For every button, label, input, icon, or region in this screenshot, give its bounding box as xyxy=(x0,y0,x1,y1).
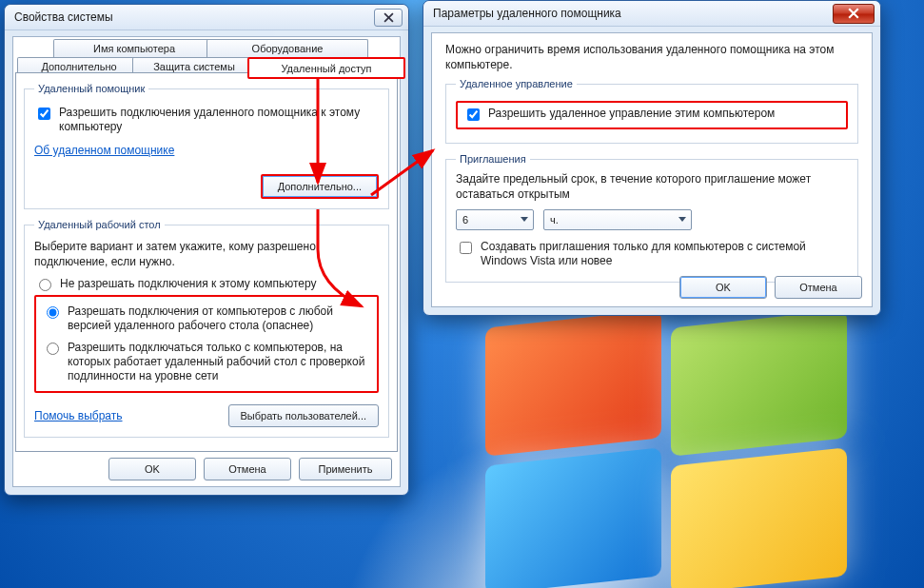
window-system-properties: Свойства системы Имя компьютера Оборудов… xyxy=(4,4,409,496)
checkbox-allow-remote-control-label: Разрешить удаленное управление этим комп… xyxy=(488,107,775,121)
group-remote-desktop: Удаленный рабочий стол Выберите вариант … xyxy=(24,219,389,438)
group-remote-assistant: Удаленный помощник Разрешить подключения… xyxy=(24,83,389,209)
client-area: Можно ограничить время использования уда… xyxy=(431,32,873,307)
windows-logo xyxy=(485,319,847,585)
checkbox-allow-assistant-label: Разрешить подключения удаленного помощни… xyxy=(59,106,379,134)
radio-rdp-nla[interactable]: Разрешить подключаться только с компьюте… xyxy=(42,341,371,383)
client-area: Имя компьютера Оборудование Дополнительн… xyxy=(12,36,401,487)
close-button[interactable] xyxy=(833,4,875,24)
radio-rdp-any[interactable]: Разрешать подключения от компьютеров с л… xyxy=(42,304,371,333)
titlebar-assistant[interactable]: Параметры удаленного помощника xyxy=(423,1,880,27)
group-legend: Удаленный рабочий стол xyxy=(34,219,165,230)
ok-button[interactable]: OK xyxy=(679,276,767,299)
desktop: Свойства системы Имя компьютера Оборудов… xyxy=(0,0,924,588)
radio-rdp-nla-label: Разрешить подключаться только с компьюте… xyxy=(68,341,371,383)
group-remote-control: Удаленное управление Разрешить удаленное… xyxy=(445,78,858,144)
close-button[interactable] xyxy=(374,9,403,27)
link-help-choose[interactable]: Помочь выбрать xyxy=(34,409,123,422)
advanced-button[interactable]: Дополнительно... xyxy=(261,174,379,199)
checkbox-allow-assistant-input[interactable] xyxy=(38,108,50,120)
group-legend: Удаленный помощник xyxy=(34,83,148,94)
link-about-assistant[interactable]: Об удаленном помощнике xyxy=(34,144,174,157)
cancel-button[interactable]: Отмена xyxy=(775,276,862,299)
checkbox-allow-remote-control-input[interactable] xyxy=(467,108,480,121)
close-icon xyxy=(383,12,394,23)
tab-computer-name[interactable]: Имя компьютера xyxy=(53,39,215,57)
rdp-highlight-box: Разрешать подключения от компьютеров с л… xyxy=(34,295,379,393)
apply-button[interactable]: Применить xyxy=(299,458,392,480)
window-remote-assistant-settings: Параметры удаленного помощника Можно огр… xyxy=(423,0,881,316)
group-legend: Удаленное управление xyxy=(456,78,577,89)
radio-rdp-none-input[interactable] xyxy=(39,279,51,291)
checkbox-vista-only-label: Создавать приглашения только для компьют… xyxy=(481,240,848,268)
select-invite-unit[interactable]: ч. xyxy=(543,209,692,230)
radio-rdp-none[interactable]: Не разрешать подключения к этому компьют… xyxy=(34,277,379,291)
tab-hardware[interactable]: Оборудование xyxy=(206,39,368,57)
cancel-button[interactable]: Отмена xyxy=(204,458,291,480)
window-title: Параметры удаленного помощника xyxy=(429,7,829,20)
radio-rdp-any-label: Разрешать подключения от компьютеров с л… xyxy=(68,304,371,333)
group-invitations: Приглашения Задайте предельный срок, в т… xyxy=(445,153,858,283)
checkbox-allow-remote-control[interactable]: Разрешить удаленное управление этим комп… xyxy=(456,101,848,129)
close-icon xyxy=(848,8,859,19)
window-title: Свойства системы xyxy=(10,10,370,24)
titlebar-system-properties[interactable]: Свойства системы xyxy=(5,5,408,30)
select-users-button[interactable]: Выбрать пользователей... xyxy=(228,404,380,427)
checkbox-vista-only-input[interactable] xyxy=(460,242,472,254)
group-legend: Приглашения xyxy=(456,153,530,165)
invite-prompt: Задайте предельный срок, в течение котор… xyxy=(456,172,848,202)
dialog-buttons: OK Отмена Применить xyxy=(108,458,392,480)
dialog-buttons: OK Отмена xyxy=(679,276,862,299)
radio-rdp-any-input[interactable] xyxy=(47,306,59,319)
checkbox-allow-assistant[interactable]: Разрешить подключения удаленного помощни… xyxy=(34,106,379,134)
ok-button[interactable]: OK xyxy=(108,458,196,480)
rdp-intro: Выберите вариант и затем укажите, кому р… xyxy=(34,240,379,269)
select-invite-value[interactable]: 6 xyxy=(456,209,534,230)
intro-text: Можно ограничить время использования уда… xyxy=(445,43,858,72)
radio-rdp-nla-input[interactable] xyxy=(47,343,59,355)
checkbox-vista-only[interactable]: Создавать приглашения только для компьют… xyxy=(456,240,848,268)
radio-rdp-none-label: Не разрешать подключения к этому компьют… xyxy=(60,277,317,291)
tab-strip: Имя компьютера Оборудование Дополнительн… xyxy=(15,39,398,77)
tab-remote[interactable]: Удаленный доступ xyxy=(247,57,405,79)
tab-panel-remote: Удаленный помощник Разрешить подключения… xyxy=(15,72,398,452)
